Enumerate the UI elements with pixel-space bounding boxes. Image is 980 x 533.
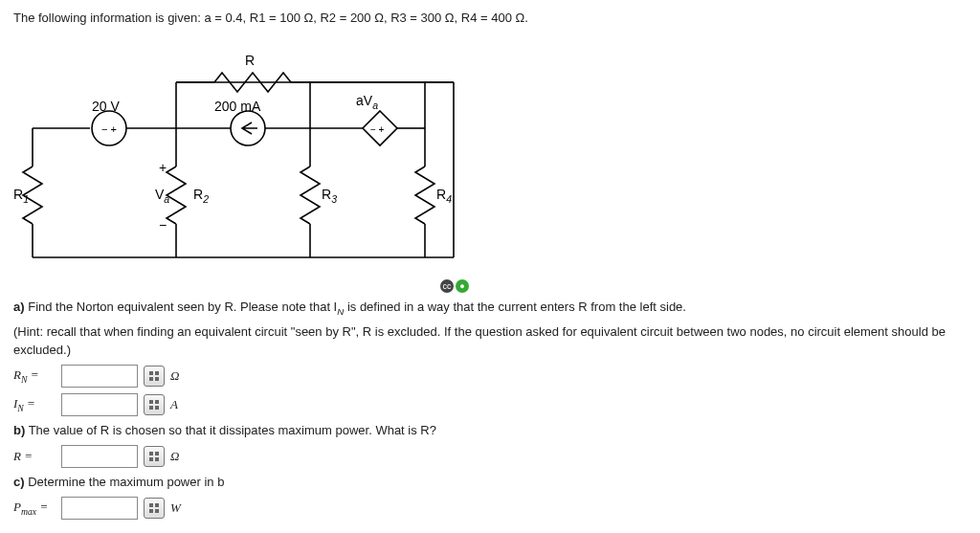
current-source-label: 200 mA: [214, 98, 260, 117]
answer-in-row: IN = A: [13, 393, 967, 416]
problem-given: The following information is given: a = …: [13, 10, 967, 27]
va-plus: +: [159, 159, 167, 178]
part-b: b) The value of R is chosen so that it d…: [13, 422, 967, 439]
part-b-label: b): [13, 423, 25, 437]
keypad-icon: [149, 452, 159, 461]
pmax-unit: W: [170, 500, 181, 517]
part-a-label: a): [13, 300, 25, 314]
rn-label: RN =: [13, 366, 56, 386]
svg-text:− +: − +: [370, 124, 385, 135]
in-calc-button[interactable]: [144, 394, 165, 415]
pmax-input[interactable]: [61, 497, 138, 520]
r4-label: R4: [436, 186, 452, 206]
in-label: IN =: [13, 395, 56, 414]
part-c: c) Determine the maximum power in b: [13, 474, 967, 491]
answer-pmax-row: Pmax = W: [13, 497, 967, 520]
pmax-calc-button[interactable]: [144, 498, 165, 519]
in-input[interactable]: [61, 393, 138, 416]
rn-input[interactable]: [61, 365, 138, 388]
svg-text:− +: − +: [101, 123, 117, 135]
dep-source-label: aVa: [356, 92, 378, 112]
pmax-label: Pmax =: [13, 499, 56, 518]
keypad-icon: [149, 503, 159, 513]
r3-label: R3: [322, 186, 337, 206]
in-unit: A: [170, 396, 178, 413]
va-minus: −: [159, 216, 167, 235]
keypad-icon: [149, 400, 159, 410]
va-label: Va: [155, 186, 169, 206]
r-input[interactable]: [61, 445, 138, 468]
resistor-R-label: R: [245, 52, 255, 71]
part-c-label: c): [13, 475, 25, 489]
circuit-diagram: − + − +: [13, 33, 473, 291]
license-badge: cc●: [440, 279, 469, 293]
part-a: a) Find the Norton equivalent seen by R.…: [13, 299, 967, 318]
r-unit: Ω: [170, 448, 179, 465]
answer-r-row: R = Ω: [13, 445, 967, 468]
voltage-source-label: 20 V: [92, 98, 120, 117]
r-label: R =: [13, 448, 56, 465]
r1-label: R1: [13, 186, 29, 206]
r2-label: R2: [193, 186, 209, 206]
r-calc-button[interactable]: [144, 446, 165, 467]
answer-rn-row: RN = Ω: [13, 365, 967, 388]
keypad-icon: [149, 371, 159, 381]
rn-unit: Ω: [170, 367, 179, 385]
part-a-hint: (Hint: recall that when finding an equiv…: [13, 323, 967, 358]
rn-calc-button[interactable]: [144, 366, 165, 387]
